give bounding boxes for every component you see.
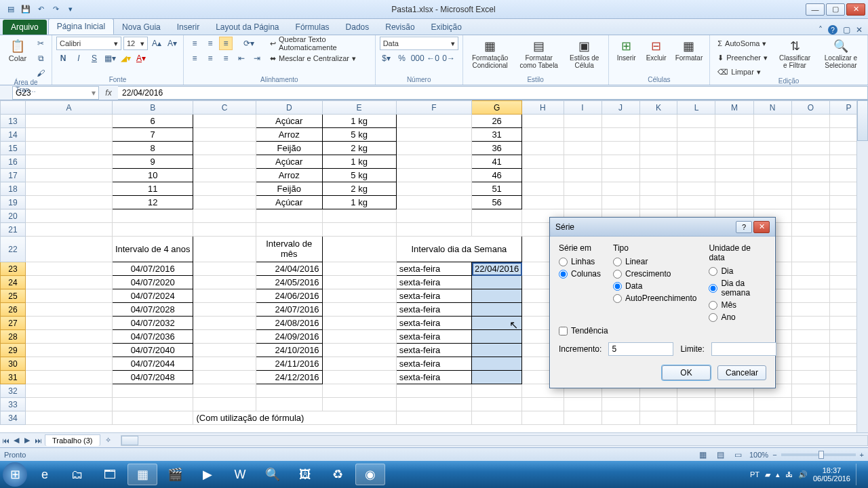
- cell[interactable]: [715, 142, 753, 155]
- cell[interactable]: [26, 357, 113, 371]
- sheet-nav-last-icon[interactable]: ⏭: [33, 435, 43, 446]
- cell[interactable]: Arroz: [256, 128, 322, 142]
- cell[interactable]: [564, 142, 601, 155]
- trend-checkbox[interactable]: Tendência: [559, 326, 766, 336]
- cell[interactable]: [26, 317, 113, 330]
- view-layout-icon[interactable]: ▤: [714, 448, 728, 462]
- zoom-in-icon[interactable]: +: [860, 451, 864, 459]
- cell[interactable]: 04/07/2016: [112, 262, 193, 276]
- cell[interactable]: Intervalo dia da Semana: [396, 237, 522, 262]
- cell[interactable]: 24/07/2016: [256, 303, 322, 317]
- cell[interactable]: [322, 209, 396, 223]
- cell[interactable]: 22/04/2016: [472, 262, 522, 276]
- cell[interactable]: [677, 115, 715, 128]
- cell[interactable]: [26, 276, 113, 289]
- cell[interactable]: [639, 398, 677, 411]
- save-icon[interactable]: 💾: [20, 4, 31, 15]
- cell[interactable]: [791, 155, 829, 169]
- tray-up-icon[interactable]: ▴: [776, 470, 780, 479]
- cell[interactable]: [193, 169, 256, 182]
- worksheet-area[interactable]: ABCDEFGHIJKLMNOP136Açúcar1 kg26147Arroz5…: [0, 100, 868, 432]
- row-header[interactable]: 18: [1, 182, 26, 196]
- cell[interactable]: 24/11/2016: [256, 357, 322, 371]
- tray-volume-icon[interactable]: 🔊: [798, 470, 808, 479]
- cell[interactable]: [715, 182, 753, 196]
- cell[interactable]: sexta-feira: [396, 262, 471, 276]
- cell[interactable]: [753, 128, 791, 142]
- cell[interactable]: [193, 398, 256, 411]
- cell[interactable]: [322, 289, 396, 303]
- cell[interactable]: [522, 169, 564, 182]
- cell[interactable]: [472, 357, 522, 371]
- cell[interactable]: 26: [472, 115, 522, 128]
- delete-cells-button[interactable]: ⊟Excluir: [643, 37, 670, 63]
- cell[interactable]: [677, 411, 715, 425]
- cell[interactable]: [193, 223, 256, 237]
- cell[interactable]: [715, 128, 753, 142]
- cell[interactable]: [601, 142, 639, 155]
- cell[interactable]: sexta-feira: [396, 289, 471, 303]
- cell[interactable]: [193, 182, 256, 196]
- cell[interactable]: [601, 182, 639, 196]
- cell[interactable]: Açúcar: [256, 115, 322, 128]
- cell[interactable]: Açúcar: [256, 155, 322, 169]
- row-header[interactable]: 19: [1, 196, 26, 209]
- cell[interactable]: [193, 209, 256, 223]
- cell[interactable]: [193, 128, 256, 142]
- cell[interactable]: 51: [472, 182, 522, 196]
- cell[interactable]: [396, 196, 471, 209]
- row-header[interactable]: 13: [1, 115, 26, 128]
- cell[interactable]: [753, 169, 791, 182]
- new-sheet-icon[interactable]: ✧: [103, 435, 114, 446]
- cell[interactable]: [639, 128, 677, 142]
- horizontal-scrollbar[interactable]: [121, 435, 868, 446]
- dialog-close-button[interactable]: ✕: [753, 221, 770, 233]
- cell[interactable]: [26, 237, 113, 262]
- cell[interactable]: [193, 384, 256, 398]
- cell[interactable]: [396, 411, 471, 425]
- align-right-icon[interactable]: ≡: [219, 52, 233, 65]
- increase-decimal-icon[interactable]: ←0: [427, 52, 440, 65]
- cell[interactable]: [753, 142, 791, 155]
- format-painter-icon[interactable]: 🖌: [34, 66, 47, 80]
- cell[interactable]: 24/12/2016: [256, 371, 322, 384]
- cell[interactable]: [791, 115, 829, 128]
- cell[interactable]: sexta-feira: [396, 276, 471, 289]
- tab-home[interactable]: Página Inicial: [48, 18, 114, 35]
- insert-cells-button[interactable]: ⊞Inserir: [613, 37, 640, 63]
- align-left-icon[interactable]: ≡: [188, 52, 201, 65]
- cell[interactable]: [256, 209, 322, 223]
- cell[interactable]: 6: [112, 115, 193, 128]
- cell[interactable]: [193, 262, 256, 276]
- cell[interactable]: [791, 344, 829, 357]
- cell[interactable]: 04/07/2040: [112, 344, 193, 357]
- cell[interactable]: 24/04/2016: [256, 262, 322, 276]
- sheet-nav-prev-icon[interactable]: ◀: [11, 435, 22, 446]
- cell[interactable]: [564, 169, 601, 182]
- ok-button[interactable]: OK: [662, 365, 711, 380]
- grow-font-icon[interactable]: A▴: [150, 37, 163, 50]
- font-color-icon[interactable]: A▾: [134, 52, 148, 65]
- taskbar-app5-icon[interactable]: ♻: [323, 464, 353, 485]
- cell[interactable]: [26, 182, 113, 196]
- row-header[interactable]: 21: [1, 223, 26, 237]
- taskbar-app2-icon[interactable]: 🎬: [160, 464, 190, 485]
- decrease-decimal-icon[interactable]: 0→: [442, 52, 456, 65]
- cell[interactable]: [791, 142, 829, 155]
- tab-nova-guia[interactable]: Nova Guia: [114, 20, 169, 35]
- cell[interactable]: 04/07/2028: [112, 303, 193, 317]
- cell[interactable]: [715, 411, 753, 425]
- currency-icon[interactable]: $▾: [380, 52, 393, 65]
- col-header[interactable]: B: [112, 101, 193, 115]
- cell[interactable]: [639, 182, 677, 196]
- cell[interactable]: [753, 398, 791, 411]
- cell[interactable]: [472, 398, 522, 411]
- cell[interactable]: 5 kg: [322, 128, 396, 142]
- cell[interactable]: Intervalo de 4 anos: [112, 237, 193, 262]
- bold-icon[interactable]: N: [56, 52, 70, 65]
- radio-date[interactable]: Data: [613, 281, 696, 291]
- cell[interactable]: [601, 115, 639, 128]
- paste-button[interactable]: 📋 Colar: [4, 37, 31, 64]
- col-header[interactable]: N: [753, 101, 791, 115]
- cell[interactable]: 04/07/2044: [112, 357, 193, 371]
